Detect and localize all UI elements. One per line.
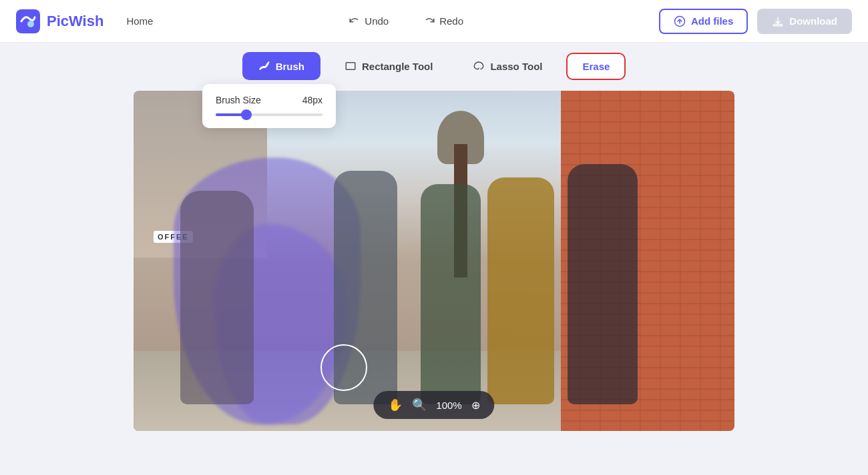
svg-rect-4	[346, 63, 355, 70]
download-button[interactable]: Download	[757, 9, 852, 34]
redo-label: Redo	[439, 15, 463, 27]
person-3	[421, 184, 481, 404]
brush-size-value: 48px	[302, 95, 322, 105]
undo-icon	[349, 15, 361, 27]
download-icon	[772, 15, 784, 27]
erase-label: Erase	[582, 61, 610, 72]
brush-tool-button[interactable]: Brush	[242, 52, 320, 80]
lasso-tool-button[interactable]: Lasso Tool	[457, 52, 558, 80]
brush-size-label: Brush Size	[216, 95, 261, 105]
brush-size-row: Brush Size 48px	[216, 95, 322, 105]
brush-size-slider[interactable]	[216, 113, 322, 116]
svg-point-1	[27, 21, 34, 27]
erase-button[interactable]: Erase	[566, 53, 626, 80]
image-canvas[interactable]: OFFEE ✋ 🔍 100% ⊕	[134, 91, 734, 431]
zoom-percent: 100%	[436, 400, 461, 411]
add-files-button[interactable]: Add files	[659, 9, 748, 34]
logo-area: PicWish Home	[16, 9, 153, 33]
person-1	[180, 191, 254, 404]
toolbar: Brush Rectangle Tool Lasso Tool Erase Br…	[0, 43, 868, 80]
zoom-bar: ✋ 🔍 100% ⊕	[373, 391, 494, 419]
undo-label: Undo	[365, 15, 389, 27]
person-2	[334, 171, 397, 404]
logo-icon	[16, 9, 40, 33]
brush-icon	[258, 60, 270, 72]
download-label: Download	[789, 15, 837, 27]
redo-icon	[423, 15, 435, 27]
brush-label: Brush	[276, 61, 304, 72]
pan-icon[interactable]: ✋	[388, 398, 403, 412]
upload-icon	[674, 15, 686, 27]
rectangle-label: Rectangle Tool	[362, 61, 433, 72]
svg-rect-0	[16, 9, 40, 33]
header: PicWish Home Undo Redo Add files	[0, 0, 868, 43]
person-4	[487, 177, 554, 404]
nav-home[interactable]: Home	[126, 15, 153, 27]
svg-rect-3	[774, 24, 783, 25]
undo-button[interactable]: Undo	[342, 11, 395, 31]
person-5	[568, 164, 638, 404]
slider-thumb[interactable]	[241, 109, 252, 120]
zoom-in-icon[interactable]: ⊕	[471, 399, 480, 412]
add-files-label: Add files	[691, 15, 733, 27]
redo-button[interactable]: Redo	[417, 11, 470, 31]
header-center: Undo Redo	[342, 11, 470, 31]
header-right: Add files Download	[659, 9, 852, 34]
zoom-out-icon[interactable]: 🔍	[412, 398, 427, 412]
logo-text: PicWish	[47, 13, 103, 30]
brush-size-panel: Brush Size 48px	[202, 84, 336, 128]
lasso-icon	[473, 60, 485, 72]
rectangle-icon	[345, 60, 357, 72]
canvas-area: OFFEE ✋ 🔍 100% ⊕	[0, 80, 868, 431]
lasso-label: Lasso Tool	[490, 61, 542, 72]
rectangle-tool-button[interactable]: Rectangle Tool	[329, 52, 449, 80]
